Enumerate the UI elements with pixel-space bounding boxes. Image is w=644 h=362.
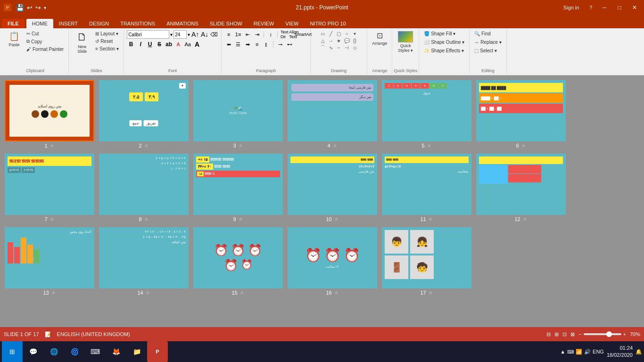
tab-animations[interactable]: ANIMATIONS xyxy=(161,19,204,28)
save-quick-btn[interactable]: 💾 xyxy=(15,3,25,12)
font-size-input[interactable] xyxy=(173,30,187,39)
shape-more[interactable]: ▾ xyxy=(351,30,359,37)
tab-transitions[interactable]: TRANSITIONS xyxy=(115,19,161,28)
shape-circle[interactable]: ○ xyxy=(343,30,351,37)
shape-line[interactable]: ╱ xyxy=(327,30,335,37)
bullets-btn[interactable]: ≡ xyxy=(224,30,233,39)
fontsize-big-btn[interactable]: A xyxy=(193,40,201,49)
tab-view[interactable]: VIEW xyxy=(280,19,304,28)
paste-button[interactable]: 📋 Paste xyxy=(5,30,24,48)
start-button[interactable]: ⊞ xyxy=(2,341,23,362)
shape-triangle[interactable]: △ xyxy=(319,37,327,44)
shape-curve[interactable]: ⌣ xyxy=(335,44,343,51)
slide-item-9[interactable]: += ۱۵ 𝕸𝕸𝕸 𝕸𝕸𝕸 ۴۴+= ۲۰ 𝕸𝕸 𝕸𝕸 ۱۵ 𝕸𝕸 ✕ 9 xyxy=(193,154,283,222)
slide-item-17[interactable]: 👦 🚪 👧 🧒 17 ★ xyxy=(382,227,471,296)
find-button[interactable]: 🔍 Find xyxy=(472,30,492,37)
slide-item-1[interactable]: متن روی اسلاید 1 ★ xyxy=(5,80,94,149)
tab-review[interactable]: REVIEW xyxy=(248,19,280,28)
linespace-btn[interactable]: ↕ xyxy=(266,30,275,39)
minimize-btn[interactable]: ─ xyxy=(599,3,610,12)
shape-effects-button[interactable]: ✨ Shape Effects ▾ xyxy=(422,47,466,54)
slide-sorter-btn[interactable]: ⊞ xyxy=(554,331,559,337)
cols-btn[interactable]: ⫿ xyxy=(262,40,271,49)
restore-btn[interactable]: □ xyxy=(614,3,625,12)
slide-item-8[interactable]: ۲ + ۷ = ۴ + ۸ = ۵ + ۶ ۳ + ۶ = ۸ + ۴ = ۷ … xyxy=(99,154,189,222)
slide-thumb-3[interactable]: 🌴🌊Math Slide xyxy=(193,80,283,141)
shape-rounded-rect[interactable]: ▢ xyxy=(335,30,343,37)
taskbar-firefox[interactable]: 🦊 xyxy=(106,341,126,362)
font-name-input[interactable] xyxy=(127,30,169,39)
layout-button[interactable]: ⊞ Layout ▾ xyxy=(93,30,121,37)
notification-btn[interactable]: 🔔 xyxy=(636,349,642,355)
slide-thumb-9[interactable]: += ۱۵ 𝕸𝕸𝕸 𝕸𝕸𝕸 ۴۴+= ۲۰ 𝕸𝕸 𝕸𝕸 ۱۵ 𝕸𝕸 ✕ xyxy=(193,154,283,215)
shape-star[interactable]: ★ xyxy=(335,37,343,44)
arrange-button[interactable]: ⊡ Arrange xyxy=(370,30,389,47)
slide-thumb-15[interactable]: ⏰ ⏰ ⏰ ⏰ ⏰ xyxy=(193,227,283,288)
normal-view-btn[interactable]: ⊟ xyxy=(546,331,551,337)
zoom-out-btn[interactable]: − xyxy=(578,331,581,337)
indent-btn[interactable]: ⇥ xyxy=(253,30,261,39)
zoom-slider[interactable] xyxy=(584,333,621,335)
new-slide-button[interactable]: 🗋 NewSlide xyxy=(72,30,92,55)
justify-btn[interactable]: ≡ xyxy=(253,40,261,49)
shape-freeform[interactable]: ∿ xyxy=(327,44,335,51)
slide-item-6[interactable]: ████ ██ ████ ████ + ██ = ██ + ██ - ██ 6 … xyxy=(476,80,566,149)
shape-fill-button[interactable]: 🪣 Shape Fill ▾ xyxy=(422,30,457,37)
strikethrough-btn[interactable]: S xyxy=(155,40,164,49)
clear-format-btn[interactable]: ⌫ xyxy=(210,30,218,39)
align-right-btn[interactable]: ➡ xyxy=(243,40,252,49)
presentation-btn[interactable]: ⊠ xyxy=(570,331,575,337)
slide-thumb-10[interactable]: 𝕸𝕸 𝕸𝕸 ۴+۶+۲=۱۲ متن فارسی xyxy=(288,154,377,215)
close-btn[interactable]: ✕ xyxy=(629,3,640,12)
slide-item-14[interactable]: ۴ - ۶ = ۸ - ۱۲ = ۱۶ - ۲۰ = ۲۴ ۲۵ - ۳۰ = … xyxy=(99,227,189,296)
help-btn[interactable]: ? xyxy=(586,4,595,11)
smartart-btn[interactable]: SmartArt xyxy=(299,30,307,39)
decrease-indent-btn[interactable]: ⊸ xyxy=(276,40,284,49)
copy-button[interactable]: ⧉ Copy xyxy=(25,38,66,45)
taskbar-keyboard[interactable]: ⌨ xyxy=(85,341,106,362)
slide-item-10[interactable]: 𝕸𝕸 𝕸𝕸 ۴+۶+۲=۱۲ متن فارسی 10 ★ xyxy=(288,154,377,222)
shape-custom[interactable]: {} xyxy=(351,37,359,44)
increase-font-btn[interactable]: A↑ xyxy=(191,30,199,39)
redo-quick-btn[interactable]: ↪ xyxy=(34,3,42,12)
align-left-btn[interactable]: ⬅ xyxy=(224,40,233,49)
slide-item-5[interactable]: 1 2 3 4 5 6 7 جدول 5 ★ xyxy=(382,80,471,149)
network-icon[interactable]: 📶 xyxy=(576,349,582,355)
slide-item-12[interactable]: 12 ★ xyxy=(476,154,566,222)
slide-item-4[interactable]: متن فارسی اینجا متن دیگر 4 ★ xyxy=(288,80,377,149)
reset-button[interactable]: ↺ Reset xyxy=(93,38,121,45)
slide-thumb-17[interactable]: 👦 🚪 👧 🧒 xyxy=(382,227,471,288)
chevron-up-icon[interactable]: ▲ xyxy=(560,349,565,354)
slide-thumb-14[interactable]: ۴ - ۶ = ۸ - ۱۲ = ۱۶ - ۲۰ = ۲۴ ۲۵ - ۳۰ = … xyxy=(99,227,189,288)
italic-btn[interactable]: I xyxy=(136,40,145,49)
taskbar-green[interactable]: 🌀 xyxy=(64,341,85,362)
charspace-btn[interactable]: Aa xyxy=(183,40,192,49)
slide-item-16[interactable]: ⏰ ⏰ ⏰ ۱۲ ساعت 16 ★ xyxy=(288,227,377,296)
shape-arrow[interactable]: → xyxy=(327,37,335,44)
shape-arc[interactable]: ⌒ xyxy=(319,44,327,51)
slide-thumb-16[interactable]: ⏰ ⏰ ⏰ ۱۲ ساعت xyxy=(288,227,377,288)
taskbar-powerpoint[interactable]: P xyxy=(147,341,168,362)
shape-extra[interactable]: ◇ xyxy=(351,44,359,51)
slide-thumb-5[interactable]: 1 2 3 4 5 6 7 جدول xyxy=(382,80,471,141)
taskbar-files[interactable]: 📁 xyxy=(126,341,147,362)
tab-insert[interactable]: INSERT xyxy=(53,19,83,28)
tab-home[interactable]: HOME xyxy=(26,19,53,28)
taskbar-telegram[interactable]: 💬 xyxy=(23,341,43,362)
decrease-font-btn[interactable]: A↓ xyxy=(200,30,209,39)
font-name-dropdown[interactable]: ▾ xyxy=(170,32,173,37)
language-btn[interactable]: ENG xyxy=(593,349,604,354)
slide-thumb-12[interactable] xyxy=(476,154,566,215)
fontcolor-btn[interactable]: A xyxy=(174,40,182,49)
font-size-dropdown[interactable]: ▾ xyxy=(188,32,190,37)
slide-thumb-8[interactable]: ۲ + ۷ = ۴ + ۸ = ۵ + ۶ ۳ + ۶ = ۸ + ۴ = ۷ … xyxy=(99,154,189,215)
numbering-btn[interactable]: 1≡ xyxy=(234,30,242,39)
shape-rect[interactable]: ▭ xyxy=(319,30,327,37)
slide-thumb-4[interactable]: متن فارسی اینجا متن دیگر xyxy=(288,80,377,141)
sign-in-btn[interactable]: Sign in xyxy=(563,5,579,10)
slide-thumb-2[interactable]: ✦ ۲.۵ ۳.۹ جمع تفریق xyxy=(99,80,189,141)
tab-slideshow[interactable]: SLIDE SHOW xyxy=(204,19,248,28)
shape-outline-button[interactable]: ⬜ Shape Outline ▾ xyxy=(422,39,466,46)
zoom-in-btn[interactable]: + xyxy=(623,331,626,337)
textshadow-btn[interactable]: ab xyxy=(165,40,173,49)
